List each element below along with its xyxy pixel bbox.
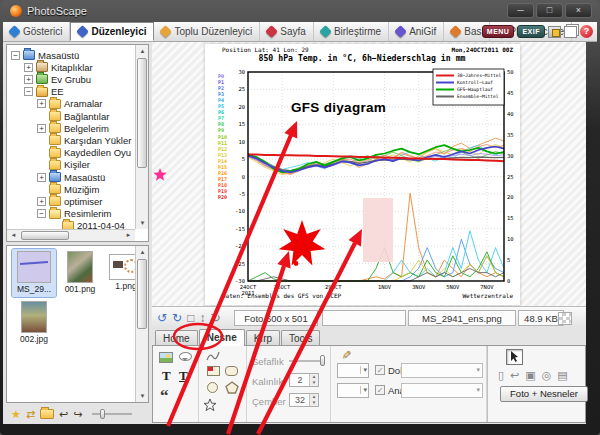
tab-toplu-düzenleyici[interactable]: Toplu Düzenleyici <box>154 22 260 41</box>
reload-icon[interactable]: ↻ <box>210 311 220 325</box>
expand-toggle-icon[interactable]: + <box>24 63 33 72</box>
select-cursor-button[interactable] <box>506 349 523 365</box>
forward-icon[interactable]: ↪ <box>73 407 82 421</box>
circle-tool-icon[interactable] <box>207 382 218 393</box>
refresh-icon[interactable]: ⇄ <box>26 407 35 421</box>
fill-style-dropdown[interactable] <box>401 363 483 378</box>
circle-stepper[interactable]: 32▲▼ <box>289 393 319 407</box>
object-actions-icons[interactable]: ▯↩▣◎▤ <box>498 369 574 382</box>
opacity-slider[interactable] <box>289 360 325 362</box>
group-icon[interactable]: ◎ <box>542 369 558 381</box>
transparency-icon[interactable] <box>558 312 572 325</box>
tree-item-aramalar[interactable]: +Aramalar <box>37 98 103 110</box>
pen-draw-icon[interactable] <box>205 350 221 362</box>
favorites-star-icon[interactable]: ★ <box>11 407 21 421</box>
tree-item-ee[interactable]: −EE <box>24 86 64 98</box>
folder-icon <box>49 123 61 133</box>
expand-toggle-icon[interactable]: − <box>37 209 46 218</box>
expand-toggle-icon[interactable]: + <box>37 124 46 133</box>
exif-button[interactable]: EXIF <box>517 25 545 38</box>
line-color-dropdown[interactable] <box>337 383 369 398</box>
editor-tab-tools[interactable]: Tools <box>281 330 320 346</box>
duplicate-icon[interactable]: ▣ <box>525 369 541 381</box>
tree-item-belgelerim[interactable]: +Belgelerim <box>37 122 109 134</box>
thumbnail-size-slider[interactable] <box>92 413 132 415</box>
tab-birleştirme[interactable]: Birleştirme <box>314 22 389 41</box>
tree-item-masaüstü[interactable]: −Masaüstü <box>11 49 79 61</box>
eyedropper-icon[interactable]: ✎ <box>339 350 353 360</box>
photo-objects-button[interactable]: Foto + Nesneler <box>500 386 588 402</box>
thumbnail-ms-29-[interactable]: MS_29... <box>12 249 56 297</box>
editor-tab-nesne[interactable]: Nesne <box>199 329 245 346</box>
speech-balloon-icon[interactable] <box>179 352 192 361</box>
expand-toggle-icon[interactable]: + <box>37 99 46 108</box>
tree-item-bağlantılar[interactable]: Bağlantılar <box>37 110 109 122</box>
outline-style-dropdown[interactable] <box>401 383 483 398</box>
rich-text-tool-icon[interactable]: T <box>179 368 188 384</box>
photo-size-field: Foto 600 x 501 <box>234 310 318 326</box>
rounded-rect-tool-icon[interactable] <box>225 366 238 376</box>
fit-window-icon[interactable]: ↕ <box>199 311 205 325</box>
expand-toggle-icon[interactable]: − <box>24 87 33 96</box>
tree-hscrollbar[interactable]: ◄ ► <box>7 229 135 241</box>
resize-icon[interactable]: □ <box>187 311 194 325</box>
expand-toggle-icon[interactable]: − <box>11 51 20 60</box>
quote-tool-icon[interactable]: “ <box>160 386 169 406</box>
scroll-up-icon[interactable]: ▲ <box>136 246 149 258</box>
copy-icon[interactable] <box>564 26 577 38</box>
thumbnail-001-png[interactable]: 001.png <box>58 249 102 297</box>
scroll-down-icon[interactable]: ▼ <box>136 217 149 229</box>
menu-button[interactable]: MENU <box>482 25 515 38</box>
polygon-tool-icon[interactable] <box>225 381 239 394</box>
photo-image[interactable]: -30-25-20-15-10-505101520253005101520253… <box>205 44 520 305</box>
help-icon[interactable]: ? <box>580 25 593 38</box>
scroll-down-icon[interactable]: ▼ <box>136 390 149 402</box>
tab-gösterici[interactable]: Gösterici <box>3 22 70 41</box>
thumbnail-002-jpg[interactable]: 002.jpg <box>12 299 56 347</box>
undo-icon[interactable]: ↺ <box>157 311 167 325</box>
maximize-button[interactable]: □ <box>536 3 563 18</box>
text-tool-icon[interactable]: T <box>162 368 171 384</box>
star-tool-icon[interactable] <box>203 398 217 412</box>
thumbs-vscrollbar[interactable]: ▲ ▼ <box>135 246 148 402</box>
text-object[interactable]: GFS diyagram <box>291 100 386 115</box>
editor-tab-kırp[interactable]: Kırp <box>246 330 280 346</box>
tab-sayfa[interactable]: Sayfa <box>260 22 314 41</box>
back-icon[interactable]: ↩ <box>59 407 68 421</box>
tree-item-ev-grubu[interactable]: +Ev Grubu <box>24 73 91 85</box>
tree-item-kişiler[interactable]: Kişiler <box>37 159 90 171</box>
insert-photo-icon[interactable] <box>159 352 173 363</box>
tab-düzenleyici[interactable]: Düzenleyici <box>70 22 154 41</box>
scroll-up-icon[interactable]: ▲ <box>136 45 149 57</box>
expand-toggle-icon[interactable]: + <box>24 75 33 84</box>
scroll-right-icon[interactable]: ► <box>122 230 135 242</box>
flip-icon[interactable]: ↩ <box>510 369 525 381</box>
tree-item-resimlerim[interactable]: −Resimlerim <box>37 208 112 220</box>
fill-checkbox[interactable]: ✓ <box>375 365 385 375</box>
outline-checkbox[interactable]: ✓ <box>375 385 385 395</box>
order-icon[interactable]: ▤ <box>557 369 573 381</box>
expand-toggle-icon[interactable]: + <box>37 197 46 206</box>
rectangle-tool-icon[interactable] <box>207 366 220 376</box>
tree-item-müziğim[interactable]: Müziğim <box>37 183 99 195</box>
redo-icon[interactable]: ↻ <box>172 311 182 325</box>
capture-icon[interactable] <box>548 26 561 38</box>
editor-canvas[interactable]: -30-25-20-15-10-505101520253005101520253… <box>152 42 586 306</box>
thickness-stepper[interactable]: 2▲▼ <box>289 373 319 387</box>
trash-icon[interactable]: ▯ <box>498 369 510 381</box>
tree-item-kitaplıklar[interactable]: +Kitaplıklar <box>24 61 93 73</box>
minimize-button[interactable]: ─ <box>507 3 534 18</box>
tree-item-masaüstü[interactable]: +Masaüstü <box>37 171 105 183</box>
editor-tab-home[interactable]: Home <box>155 330 198 346</box>
tree-item-karşıdan-yükler[interactable]: Karşıdan Yükler <box>37 134 131 146</box>
tab-anigif[interactable]: AniGif <box>389 22 444 41</box>
titlebar[interactable]: PhotoScape ─ □ × <box>0 0 600 22</box>
tree-item-kaydedilen-oyu[interactable]: Kaydedilen Oyu <box>37 147 131 159</box>
fill-color-dropdown[interactable] <box>337 363 369 378</box>
tree-vscrollbar[interactable]: ▲ ▼ <box>135 45 148 229</box>
close-button[interactable]: × <box>565 3 592 18</box>
scroll-left-icon[interactable]: ◄ <box>7 230 20 242</box>
expand-toggle-icon[interactable]: + <box>37 173 46 182</box>
tree-item-optimiser[interactable]: +optimiser <box>37 195 103 207</box>
open-folder-icon[interactable] <box>40 409 54 419</box>
